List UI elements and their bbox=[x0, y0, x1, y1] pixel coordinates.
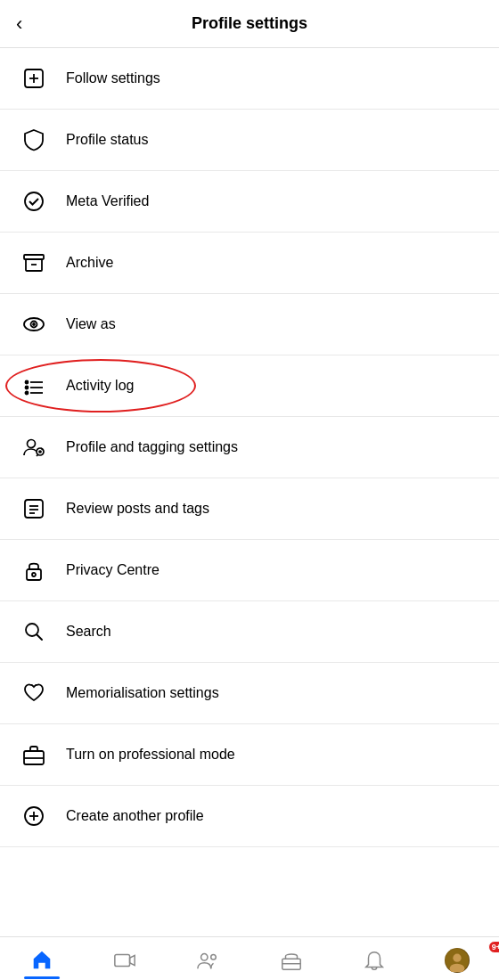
menu-item-meta-verified[interactable]: Meta Verified bbox=[0, 171, 499, 233]
create-profile-icon bbox=[18, 800, 50, 832]
bottom-nav: 9+ bbox=[0, 936, 499, 980]
svg-point-3 bbox=[25, 192, 43, 210]
back-button[interactable]: ‹ bbox=[16, 12, 22, 36]
lock-icon bbox=[18, 554, 50, 586]
svg-point-39 bbox=[454, 954, 462, 962]
menu-item-activity-log[interactable]: Activity log bbox=[0, 355, 499, 417]
svg-point-8 bbox=[33, 323, 35, 325]
nav-item-video[interactable] bbox=[83, 945, 166, 976]
briefcase-icon bbox=[18, 739, 50, 771]
svg-rect-4 bbox=[24, 255, 44, 259]
search-label: Search bbox=[66, 624, 111, 640]
notification-badge: 9+ bbox=[488, 941, 499, 953]
avatar bbox=[445, 948, 470, 973]
svg-point-9 bbox=[26, 381, 29, 384]
svg-point-25 bbox=[32, 573, 36, 576]
svg-point-35 bbox=[211, 955, 217, 960]
active-indicator bbox=[24, 976, 60, 979]
follow-settings-label: Follow settings bbox=[66, 70, 160, 86]
meta-verified-label: Meta Verified bbox=[66, 193, 149, 209]
review-posts-label: Review posts and tags bbox=[66, 501, 209, 517]
nav-item-profile[interactable]: 9+ bbox=[416, 944, 499, 976]
heart-icon bbox=[18, 677, 50, 709]
svg-point-34 bbox=[201, 954, 208, 960]
menu-item-create-profile[interactable]: Create another profile bbox=[0, 786, 499, 847]
menu-item-profile-tagging[interactable]: Profile and tagging settings bbox=[0, 417, 499, 478]
nav-item-friends[interactable] bbox=[167, 945, 250, 976]
nav-item-home[interactable] bbox=[0, 945, 83, 976]
archive-label: Archive bbox=[66, 255, 113, 271]
verified-icon bbox=[18, 185, 50, 217]
profile-tagging-label: Profile and tagging settings bbox=[66, 439, 238, 455]
professional-mode-label: Turn on professional mode bbox=[66, 747, 235, 763]
menu-item-memorialisation[interactable]: Memorialisation settings bbox=[0, 663, 499, 724]
nav-item-marketplace[interactable] bbox=[250, 945, 332, 976]
nav-item-notifications[interactable] bbox=[332, 945, 415, 976]
svg-rect-24 bbox=[27, 569, 41, 580]
svg-line-27 bbox=[37, 635, 43, 641]
svg-point-15 bbox=[28, 440, 36, 448]
privacy-centre-label: Privacy Centre bbox=[66, 562, 160, 578]
create-profile-label: Create another profile bbox=[66, 808, 204, 824]
menu-item-review-posts[interactable]: Review posts and tags bbox=[0, 478, 499, 540]
profile-status-label: Profile status bbox=[66, 132, 148, 148]
menu-item-archive[interactable]: Archive bbox=[0, 233, 499, 294]
view-as-label: View as bbox=[66, 316, 116, 332]
svg-point-13 bbox=[26, 392, 29, 395]
follow-icon bbox=[18, 62, 50, 94]
menu-list: Follow settings Profile status Meta Veri… bbox=[0, 48, 499, 936]
menu-item-follow-settings[interactable]: Follow settings bbox=[0, 48, 499, 110]
menu-item-professional-mode[interactable]: Turn on professional mode bbox=[0, 724, 499, 786]
header: ‹ Profile settings bbox=[0, 0, 499, 48]
activity-log-icon bbox=[18, 370, 50, 402]
search-icon bbox=[18, 616, 50, 648]
archive-icon bbox=[18, 247, 50, 279]
shield-icon bbox=[18, 124, 50, 156]
page-title: Profile settings bbox=[192, 14, 307, 33]
svg-line-18 bbox=[37, 454, 38, 456]
svg-point-16 bbox=[39, 451, 41, 453]
menu-item-privacy-centre[interactable]: Privacy Centre bbox=[0, 540, 499, 601]
activity-log-label: Activity log bbox=[66, 378, 134, 394]
menu-item-search[interactable]: Search bbox=[0, 601, 499, 663]
review-posts-icon bbox=[18, 493, 50, 525]
menu-item-view-as[interactable]: View as bbox=[0, 294, 499, 355]
memorialisation-label: Memorialisation settings bbox=[66, 685, 219, 701]
eye-icon bbox=[18, 308, 50, 340]
menu-item-profile-status[interactable]: Profile status bbox=[0, 110, 499, 171]
svg-rect-33 bbox=[115, 955, 130, 967]
profile-tag-icon bbox=[18, 431, 50, 463]
svg-point-11 bbox=[26, 387, 29, 389]
